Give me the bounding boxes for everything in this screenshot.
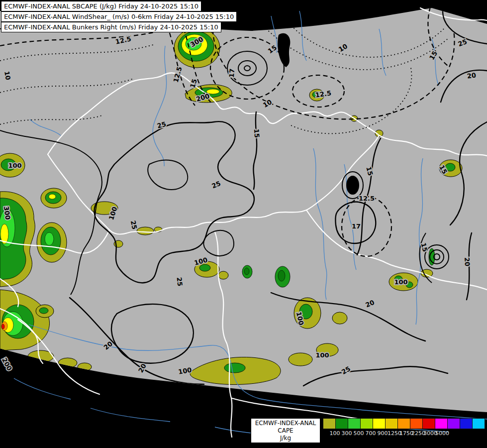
legend-title-box: ECMWF-INDEX-ANAL CAPE J/kg <box>251 418 320 443</box>
legend-swatch <box>435 418 448 429</box>
legend-model-label: ECMWF-INDEX-ANAL <box>255 420 316 427</box>
map-domain <box>0 8 487 412</box>
legend-swatch <box>472 418 485 429</box>
map-svg: 12.51012.51517151012.5102520152525252515… <box>0 0 487 448</box>
cape-legend: ECMWF-INDEX-ANAL CAPE J/kg 1003005007009… <box>251 418 485 445</box>
map-title-bunkers: ECMWF-INDEX-ANAL Bunkers Right (m/s) Fri… <box>1 22 221 32</box>
legend-swatch <box>323 418 336 429</box>
contour-label: 17 <box>352 223 361 230</box>
contour-label: 20 <box>463 257 471 266</box>
legend-tick-label: 5000 <box>433 430 451 437</box>
contour-label: 15 <box>253 128 261 138</box>
contour-label: 100 <box>8 162 21 169</box>
legend-swatch <box>410 418 423 429</box>
map-title-windshear: ECMWF-INDEX-ANAL WindShear_ (m/s) 0-6km … <box>1 11 237 22</box>
contour-label: 25 <box>175 277 184 287</box>
contour-label: 100 <box>315 351 329 359</box>
legend-colorbar: 10030050070090012501750225030005000 <box>323 418 485 445</box>
contour-label: 20 <box>467 71 477 80</box>
legend-swatch <box>422 418 435 429</box>
legend-swatch <box>460 418 473 429</box>
legend-swatch <box>385 418 398 429</box>
contour-label: 17 <box>228 68 236 78</box>
legend-swatches <box>323 418 485 429</box>
legend-swatch <box>348 418 361 429</box>
contour-label: 10 <box>3 71 12 81</box>
legend-units-label: J/kg <box>280 435 291 442</box>
legend-swatch <box>335 418 348 429</box>
contour-label: 100 <box>394 278 407 286</box>
map-title-sbcape: ECMWF-INDEX-ANAL SBCAPE (J/kg) Friday 24… <box>1 1 201 11</box>
legend-swatch <box>360 418 373 429</box>
legend-swatch <box>373 418 386 429</box>
legend-swatch <box>447 418 460 429</box>
weather-map-screen: 12.51012.51517151012.5102520152525252515… <box>0 0 487 448</box>
legend-swatch <box>397 418 410 429</box>
contour-label: 12.5 <box>359 195 375 202</box>
legend-ticks: 10030050070090012501750225030005000 <box>323 429 485 438</box>
legend-parameter-label: CAPE <box>278 427 293 435</box>
